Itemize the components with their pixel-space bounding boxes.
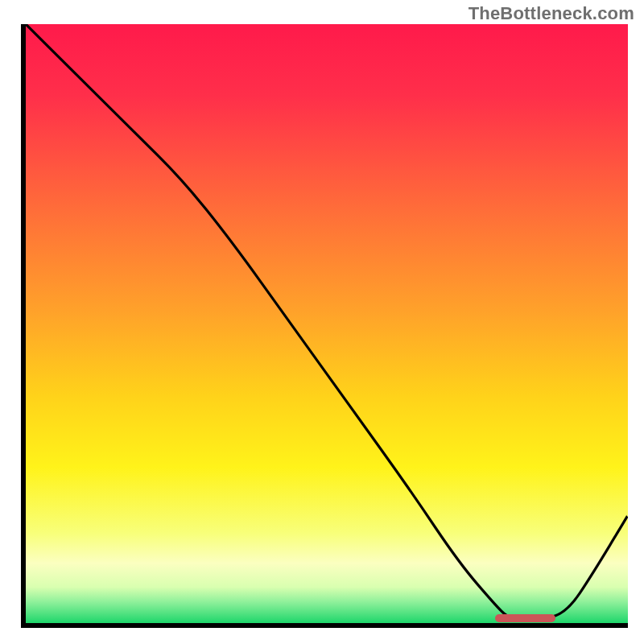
optimal-range-marker [495, 614, 555, 622]
watermark-text: TheBottleneck.com [469, 3, 634, 24]
chart-stage: TheBottleneck.com [0, 0, 644, 644]
axes [21, 24, 628, 628]
